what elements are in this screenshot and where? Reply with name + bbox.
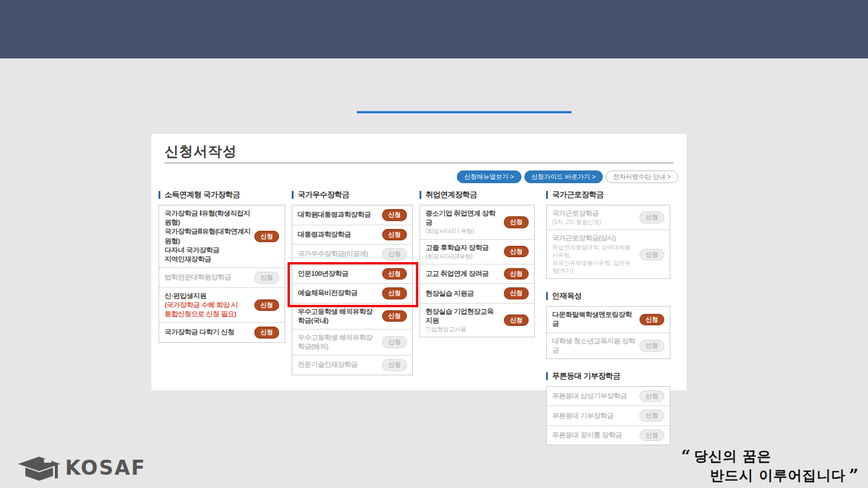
scholarship-column: 국가근로장학금국가근로장학금(1차, 2차 통합신청)신청국가근로장학금(상시)… <box>546 190 670 445</box>
scholarship-box: 중소기업 취업연계 장학금(희망사다리 Ⅰ 유형)신청고졸 후학습자 장학금(희… <box>420 205 535 337</box>
apply-button[interactable]: 신청 <box>382 229 407 241</box>
section-header-label: 국가근로장학금 <box>552 190 603 200</box>
scholarship-name: 중소기업 취업연계 장학금(희망사다리 Ⅰ 유형) <box>426 209 500 236</box>
scholarship-box: 푸른등대 삼성기부장학금신청푸른등대 기부장학금신청푸른등대 꿈이룸 장학금신청 <box>546 386 670 446</box>
scholarship-box: 국가근로장학금(1차, 2차 통합신청)신청국가근로장학금(상시)취업연계중점대… <box>546 205 670 279</box>
apply-button[interactable]: 신청 <box>382 268 407 280</box>
section-header-bar <box>546 292 548 300</box>
scholarship-name-line: 국가장학금Ⅱ유형(대학연계지원형) <box>165 227 251 245</box>
scholarship-name: 국가근로장학금(1차, 2차 통합신청) <box>552 209 601 226</box>
accent-divider-line <box>357 111 571 113</box>
scholarship-name-line: 지역인재장학금 <box>165 255 251 264</box>
open-quote: “ <box>681 447 691 466</box>
title-divider <box>165 163 673 163</box>
apply-button: 신청 <box>640 390 664 402</box>
apply-button: 신청 <box>640 340 664 352</box>
scholarship-row: 현장실습 기업현장교육 지원기업현장교사용신청 <box>420 304 534 337</box>
footer-slogan: “ 당신의 꿈은 반드시 이루어집니다 ” <box>681 447 858 486</box>
apply-button[interactable]: 신청 <box>504 216 529 228</box>
scholarship-name: 우수고등학생 해외유학장학금(해외) <box>298 333 379 351</box>
section-header-bar <box>292 191 294 199</box>
digital-signature-info-button[interactable]: 전자서명수단 안내 > <box>606 170 678 183</box>
apply-button: 신청 <box>640 249 664 261</box>
apply-button[interactable]: 신청 <box>254 327 279 339</box>
section-header: 푸른등대 기부장학금 <box>546 371 670 381</box>
apply-button[interactable]: 신청 <box>640 314 664 326</box>
scholarship-name: 고교 취업연계 장려금 <box>426 269 488 278</box>
scholarship-name: 대통령과학장학금 <box>298 230 351 239</box>
section-header: 국가우수장학금 <box>292 190 413 200</box>
scholarship-row: 인문100년장학금신청 <box>292 264 412 284</box>
scholarship-name-line: 국가근로장학금 <box>552 209 601 218</box>
section-header: 취업연계장학금 <box>420 190 535 200</box>
apply-button: 신청 <box>254 272 279 284</box>
scholarship-box: 다문화탈북학생멘토링장학금신청대학생 청소년교육지원 장학금신청 <box>546 306 670 359</box>
scholarship-name-line: 국가장학금 다학기 신청 <box>165 328 234 337</box>
scholarship-name-line: 대학원대통령과학장학금 <box>298 210 371 219</box>
action-button-row: 신청매뉴얼보기 > 신청가이드 바로가기 > 전자서명수단 안내 > <box>457 170 678 183</box>
section-header: 인재육성 <box>546 291 670 301</box>
apply-button[interactable]: 신청 <box>504 246 529 258</box>
guide-shortcut-button[interactable]: 신청가이드 바로가기 > <box>524 170 603 183</box>
apply-button[interactable]: 신청 <box>382 287 407 299</box>
scholarship-box: 국가장학금 Ⅰ유형(학생직접지원형)국가장학금Ⅱ유형(대학연계지원형)다자녀 국… <box>159 205 285 343</box>
scholarship-row: 중소기업 취업연계 장학금(희망사다리 Ⅰ 유형)신청 <box>420 205 534 240</box>
scholarship-name: 고졸 후학습자 장학금(희망사다리Ⅱ유형) <box>426 243 488 260</box>
section-header: 소득연계형 국가장학금 <box>159 190 285 200</box>
apply-button: 신청 <box>640 410 664 422</box>
scholarship-subtext-line: 기업현장교사용 <box>426 325 500 333</box>
scholarship-name: 신·편입생지원(국가장학금 수혜 희망 시통합신청으로 신청 필요) <box>165 292 237 319</box>
apply-button: 신청 <box>640 211 664 224</box>
scholarship-name: 푸른등대 기부장학금 <box>552 411 614 421</box>
apply-button[interactable]: 신청 <box>254 231 279 243</box>
apply-button[interactable]: 신청 <box>254 299 279 311</box>
scholarship-name: 현장실습 기업현장교육 지원기업현장교사용 <box>426 307 500 334</box>
scholarship-name: 전문기술인재장학금 <box>298 360 357 369</box>
top-navigation-bar <box>0 0 868 58</box>
manual-view-button[interactable]: 신청매뉴얼보기 > <box>457 170 521 183</box>
scholarship-row: 전문기술인재장학금신청 <box>292 355 412 375</box>
section-header-label: 소득연계형 국가장학금 <box>165 190 240 200</box>
kosaf-logo-text: KOSAF <box>65 456 146 480</box>
scholarship-note-line: 통합신청으로 신청 필요) <box>165 310 237 319</box>
scholarship-row: 고졸 후학습자 장학금(희망사다리Ⅱ유형)신청 <box>420 240 534 264</box>
apply-button[interactable]: 신청 <box>504 268 529 280</box>
scholarship-column: 취업연계장학금중소기업 취업연계 장학금(희망사다리 Ⅰ 유형)신청고졸 후학습… <box>420 190 535 337</box>
scholarship-name: 우수고등학생 해외유학장학금(국내) <box>298 307 379 325</box>
section-header-bar <box>420 191 421 199</box>
scholarship-name-line: 고졸 후학습자 장학금 <box>426 243 488 252</box>
scholarship-name-line: 국가우수장학금(이공계) <box>298 249 368 258</box>
scholarship-row: 푸른등대 기부장학금신청 <box>547 406 670 426</box>
slogan-line1: 당신의 꿈은 <box>694 448 772 464</box>
apply-button[interactable]: 신청 <box>504 287 529 299</box>
scholarship-row: 국가장학금 다학기 신청신청 <box>159 323 285 342</box>
section-header-label: 푸른등대 기부장학금 <box>552 371 620 381</box>
scholarship-name: 푸른등대 꿈이룸 장학금 <box>552 431 621 440</box>
scholarship-name-line: 푸른등대 기부장학금 <box>552 411 614 421</box>
scholarship-row: 예술체육비전장학금신청 <box>292 284 412 304</box>
kosaf-logo: KOSAF <box>17 452 146 483</box>
apply-button[interactable]: 신청 <box>504 314 529 327</box>
scholarship-name: 국가근로장학금(상시)취업연계중점대학, 장애대학봉사유형,외국인유학생봉사유형… <box>552 234 636 275</box>
scholarship-name-line: 다자녀 국가장학금 <box>165 246 251 255</box>
apply-button[interactable]: 신청 <box>382 209 407 221</box>
scholarship-row: 푸른등대 꿈이룸 장학금신청 <box>547 426 670 445</box>
scholarship-row: 현장실습 지원금신청 <box>420 284 534 304</box>
scholarship-name-line: 우수고등학생 해외유학장학금(국내) <box>298 307 379 325</box>
apply-button[interactable]: 신청 <box>382 310 407 322</box>
scholarship-row: 대통령과학장학금신청 <box>292 225 412 245</box>
scholarship-note-line: (국가장학금 수혜 희망 시 <box>165 301 237 310</box>
scholarship-name-line: 국가근로장학금(상시) <box>552 234 636 243</box>
slogan-line2: 반드시 이루어집니다 <box>710 467 846 483</box>
scholarship-name-line: 예술체육비전장학금 <box>298 289 357 298</box>
scholarship-row: 국가우수장학금(이공계)신청 <box>292 245 412 264</box>
section-header: 국가근로장학금 <box>546 190 670 200</box>
close-quote: ” <box>849 466 858 485</box>
scholarship-name-line: 푸른등대 꿈이룸 장학금 <box>552 431 621 440</box>
scholarship-name-line: 현장실습 기업현장교육 지원 <box>426 307 500 325</box>
scholarship-name-line: 국가장학금 Ⅰ유형(학생직접지원형) <box>165 209 251 227</box>
scholarship-column: 국가우수장학금대학원대통령과학장학금신청대통령과학장학금신청국가우수장학금(이공… <box>292 190 413 375</box>
scholarship-name: 대학원대통령과학장학금 <box>298 210 371 219</box>
scholarship-name-line: 인문100년장학금 <box>298 269 348 278</box>
scholarship-row: 다문화탈북학생멘토링장학금신청 <box>547 307 670 333</box>
